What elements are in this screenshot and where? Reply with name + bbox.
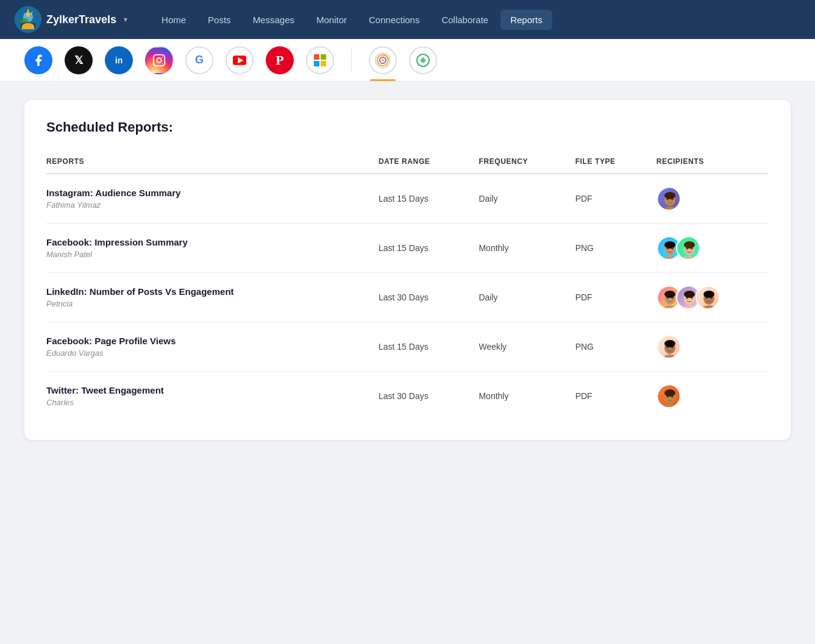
report-frequency: Weekly (479, 322, 575, 372)
report-recipients (657, 273, 769, 322)
nav-collaborate[interactable]: Collaborate (432, 10, 498, 30)
avatar (657, 384, 681, 408)
svg-point-78 (664, 389, 675, 397)
table-row: Instagram: Audience Summary Fathima Yilm… (46, 174, 769, 224)
col-header-daterange: DATE RANGE (379, 152, 479, 174)
report-author: Eduardo Vargas (46, 349, 371, 358)
svg-point-38 (671, 248, 673, 250)
svg-rect-16 (321, 54, 326, 60)
nav-links: Home Posts Messages Monitor Connections … (152, 10, 800, 30)
svg-point-36 (664, 241, 675, 249)
svg-point-65 (705, 297, 707, 299)
svg-point-52 (671, 297, 673, 299)
report-daterange: Last 15 Days (379, 224, 479, 273)
nav-connections[interactable]: Connections (359, 10, 429, 30)
report-filetype: PDF (575, 174, 657, 224)
svg-point-51 (666, 297, 668, 299)
svg-rect-11 (154, 54, 165, 65)
svg-point-37 (666, 248, 668, 250)
reports-table: REPORTS DATE RANGE FREQUENCY FILE TYPE R… (46, 152, 769, 420)
svg-point-31 (671, 199, 673, 200)
svg-point-43 (684, 241, 695, 249)
svg-point-45 (691, 248, 692, 250)
report-recipients (657, 174, 769, 224)
svg-point-79 (666, 396, 668, 398)
brand-logo (15, 6, 41, 33)
svg-point-29 (664, 192, 675, 199)
report-daterange: Last 30 Days (379, 372, 479, 421)
report-recipients (657, 322, 769, 372)
main-content: Scheduled Reports: REPORTS DATE RANGE FR… (0, 82, 815, 458)
col-header-filetype: FILE TYPE (575, 152, 657, 174)
avatar (657, 186, 681, 211)
social-bar: 𝕏 in G P (0, 39, 815, 82)
col-header-recipients: RECIPIENTS (657, 152, 769, 174)
svg-rect-2 (21, 23, 35, 27)
report-author: Manish Patel (46, 250, 371, 259)
report-daterange: Last 15 Days (379, 322, 479, 372)
col-header-frequency: FREQUENCY (479, 152, 575, 174)
instagram-icon-btn[interactable] (145, 46, 173, 74)
report-filetype: PDF (575, 273, 657, 322)
microsoft-icon-btn[interactable] (306, 46, 334, 74)
table-row: LinkedIn: Number of Posts Vs Engagement … (46, 273, 769, 322)
table-row: Twitter: Tweet Engagement Charles Last 3… (46, 372, 769, 421)
svg-point-3 (21, 24, 35, 29)
svg-point-30 (666, 199, 668, 200)
report-name: Twitter: Tweet Engagement (46, 385, 371, 395)
report-filetype: PNG (575, 322, 657, 372)
svg-rect-15 (314, 54, 319, 60)
report-author: Charles (46, 398, 371, 407)
twitter-icon-btn[interactable]: 𝕏 (65, 46, 93, 74)
svg-point-22 (382, 59, 384, 62)
report-author: Petricia (46, 299, 371, 308)
brand-chevron-icon: ▾ (124, 15, 127, 24)
svg-rect-18 (321, 61, 326, 66)
avatar (676, 236, 700, 260)
nav-posts[interactable]: Posts (198, 10, 241, 30)
avatar (657, 334, 681, 359)
youtube-icon-btn[interactable] (226, 46, 254, 74)
google-icon-btn[interactable]: G (185, 46, 213, 74)
navbar: ZylkerTravels ▾ Home Posts Messages Moni… (0, 0, 815, 39)
report-frequency: Daily (479, 273, 575, 322)
svg-point-80 (671, 396, 673, 398)
report-daterange: Last 30 Days (379, 273, 479, 322)
report-name: Instagram: Audience Summary (46, 188, 371, 198)
report-recipients (657, 372, 769, 421)
report-name: Facebook: Page Profile Views (46, 336, 371, 346)
svg-point-44 (686, 248, 688, 250)
report-filetype: PDF (575, 372, 657, 421)
report-frequency: Monthly (479, 372, 575, 421)
svg-point-72 (666, 347, 668, 349)
nav-monitor[interactable]: Monitor (307, 10, 357, 30)
svg-point-50 (664, 291, 675, 298)
table-row: Facebook: Impression Summary Manish Pate… (46, 224, 769, 273)
report-frequency: Monthly (479, 224, 575, 273)
brand-name: ZylkerTravels (46, 13, 116, 26)
nav-reports[interactable]: Reports (500, 10, 552, 30)
planoly-icon-btn[interactable] (409, 46, 437, 74)
avatar (696, 285, 720, 310)
svg-point-4 (26, 13, 30, 16)
report-recipients (657, 224, 769, 273)
svg-point-24 (422, 59, 424, 62)
nav-messages[interactable]: Messages (243, 10, 304, 30)
report-author: Fathima Yilmaz (46, 200, 371, 210)
svg-point-66 (710, 297, 712, 299)
svg-point-58 (686, 297, 688, 299)
nav-home[interactable]: Home (152, 10, 196, 30)
pinterest-icon-btn[interactable]: P (266, 46, 294, 74)
table-row: Facebook: Page Profile Views Eduardo Var… (46, 322, 769, 372)
brand[interactable]: ZylkerTravels ▾ (15, 6, 127, 33)
linkedin-icon-btn[interactable]: in (105, 46, 133, 74)
report-name: LinkedIn: Number of Posts Vs Engagement (46, 286, 371, 297)
report-frequency: Daily (479, 174, 575, 224)
zoho-social-icon-btn[interactable] (369, 46, 397, 74)
svg-rect-17 (314, 61, 319, 66)
col-header-reports: REPORTS (46, 152, 379, 174)
card-title: Scheduled Reports: (46, 119, 769, 135)
report-name: Facebook: Impression Summary (46, 237, 371, 247)
social-divider (351, 48, 352, 73)
facebook-icon-btn[interactable] (24, 46, 52, 74)
